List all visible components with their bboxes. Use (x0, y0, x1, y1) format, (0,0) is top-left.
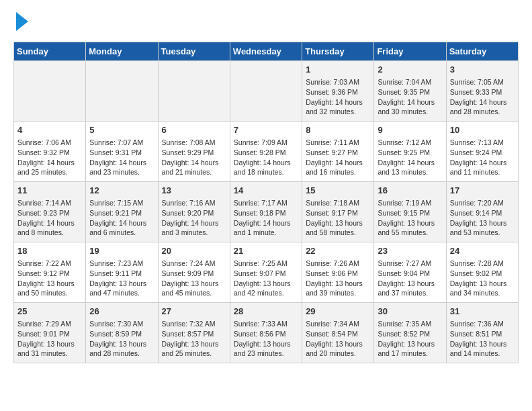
calendar-week-2: 4Sunrise: 7:06 AM Sunset: 9:32 PM Daylig… (14, 122, 519, 182)
day-number: 8 (306, 124, 370, 136)
day-number: 26 (89, 306, 154, 318)
day-number: 21 (234, 245, 298, 257)
header-sunday: Sunday (14, 42, 86, 61)
day-info: Sunrise: 7:30 AM Sunset: 8:59 PM Dayligh… (89, 319, 154, 359)
day-number: 20 (162, 245, 226, 257)
header-friday: Friday (374, 42, 446, 61)
calendar-week-4: 18Sunrise: 7:22 AM Sunset: 9:12 PM Dayli… (14, 242, 519, 303)
calendar-cell: 17Sunrise: 7:20 AM Sunset: 9:14 PM Dayli… (446, 182, 518, 242)
day-number: 5 (89, 124, 154, 136)
day-number: 25 (17, 306, 82, 318)
day-info: Sunrise: 7:17 AM Sunset: 9:18 PM Dayligh… (234, 198, 298, 238)
day-info: Sunrise: 7:23 AM Sunset: 9:11 PM Dayligh… (89, 259, 154, 298)
calendar-cell: 29Sunrise: 7:34 AM Sunset: 8:54 PM Dayli… (302, 303, 374, 363)
day-info: Sunrise: 7:13 AM Sunset: 9:24 PM Dayligh… (450, 138, 515, 177)
day-number: 6 (162, 124, 226, 136)
calendar-cell (14, 61, 86, 122)
calendar-week-5: 25Sunrise: 7:29 AM Sunset: 9:01 PM Dayli… (14, 303, 519, 363)
day-info: Sunrise: 7:28 AM Sunset: 9:02 PM Dayligh… (450, 259, 515, 298)
day-number: 17 (450, 185, 515, 197)
day-number: 19 (89, 245, 154, 257)
day-info: Sunrise: 7:16 AM Sunset: 9:20 PM Dayligh… (162, 198, 226, 238)
calendar-cell: 28Sunrise: 7:33 AM Sunset: 8:56 PM Dayli… (230, 303, 302, 363)
day-number: 9 (378, 124, 442, 136)
header-monday: Monday (86, 42, 158, 61)
day-info: Sunrise: 7:03 AM Sunset: 9:36 PM Dayligh… (306, 77, 370, 117)
day-number: 2 (378, 64, 442, 76)
calendar-cell: 25Sunrise: 7:29 AM Sunset: 9:01 PM Dayli… (14, 303, 86, 363)
day-info: Sunrise: 7:29 AM Sunset: 9:01 PM Dayligh… (17, 319, 82, 359)
day-info: Sunrise: 7:20 AM Sunset: 9:14 PM Dayligh… (450, 198, 515, 238)
calendar-cell: 26Sunrise: 7:30 AM Sunset: 8:59 PM Dayli… (86, 303, 158, 363)
calendar-cell: 9Sunrise: 7:12 AM Sunset: 9:25 PM Daylig… (374, 122, 446, 182)
day-info: Sunrise: 7:26 AM Sunset: 9:06 PM Dayligh… (306, 259, 370, 298)
calendar-cell: 8Sunrise: 7:11 AM Sunset: 9:27 PM Daylig… (302, 122, 374, 182)
day-number: 27 (162, 306, 226, 318)
calendar-cell: 27Sunrise: 7:32 AM Sunset: 8:57 PM Dayli… (158, 303, 230, 363)
day-info: Sunrise: 7:25 AM Sunset: 9:07 PM Dayligh… (234, 259, 298, 298)
day-number: 18 (17, 245, 82, 257)
day-number: 29 (306, 306, 370, 318)
calendar-cell: 14Sunrise: 7:17 AM Sunset: 9:18 PM Dayli… (230, 182, 302, 242)
day-info: Sunrise: 7:18 AM Sunset: 9:17 PM Dayligh… (306, 198, 370, 238)
day-info: Sunrise: 7:09 AM Sunset: 9:28 PM Dayligh… (234, 138, 298, 177)
calendar-cell: 10Sunrise: 7:13 AM Sunset: 9:24 PM Dayli… (446, 122, 518, 182)
calendar-cell: 16Sunrise: 7:19 AM Sunset: 9:15 PM Dayli… (374, 182, 446, 242)
day-number: 11 (17, 185, 82, 197)
day-info: Sunrise: 7:24 AM Sunset: 9:09 PM Dayligh… (162, 259, 226, 298)
day-info: Sunrise: 7:12 AM Sunset: 9:25 PM Dayligh… (378, 138, 442, 177)
calendar-cell (86, 61, 158, 122)
day-number: 14 (234, 185, 298, 197)
day-info: Sunrise: 7:27 AM Sunset: 9:04 PM Dayligh… (378, 259, 442, 298)
calendar-cell: 21Sunrise: 7:25 AM Sunset: 9:07 PM Dayli… (230, 242, 302, 303)
day-number: 3 (450, 64, 515, 76)
logo-arrow-icon (16, 12, 28, 31)
header-tuesday: Tuesday (158, 42, 230, 61)
page-header (13, 13, 519, 31)
day-number: 16 (378, 185, 442, 197)
calendar-table: SundayMondayTuesdayWednesdayThursdayFrid… (13, 42, 519, 363)
day-info: Sunrise: 7:08 AM Sunset: 9:29 PM Dayligh… (162, 138, 226, 177)
calendar-body: 1Sunrise: 7:03 AM Sunset: 9:36 PM Daylig… (14, 61, 519, 363)
calendar-cell: 22Sunrise: 7:26 AM Sunset: 9:06 PM Dayli… (302, 242, 374, 303)
calendar-cell: 24Sunrise: 7:28 AM Sunset: 9:02 PM Dayli… (446, 242, 518, 303)
day-info: Sunrise: 7:34 AM Sunset: 8:54 PM Dayligh… (306, 319, 370, 359)
day-info: Sunrise: 7:15 AM Sunset: 9:21 PM Dayligh… (89, 198, 154, 238)
calendar-cell: 12Sunrise: 7:15 AM Sunset: 9:21 PM Dayli… (86, 182, 158, 242)
calendar-cell: 6Sunrise: 7:08 AM Sunset: 9:29 PM Daylig… (158, 122, 230, 182)
calendar-cell: 30Sunrise: 7:35 AM Sunset: 8:52 PM Dayli… (374, 303, 446, 363)
day-info: Sunrise: 7:19 AM Sunset: 9:15 PM Dayligh… (378, 198, 442, 238)
day-info: Sunrise: 7:22 AM Sunset: 9:12 PM Dayligh… (17, 259, 82, 298)
header-thursday: Thursday (302, 42, 374, 61)
calendar-cell: 13Sunrise: 7:16 AM Sunset: 9:20 PM Dayli… (158, 182, 230, 242)
header-saturday: Saturday (446, 42, 518, 61)
calendar-cell: 7Sunrise: 7:09 AM Sunset: 9:28 PM Daylig… (230, 122, 302, 182)
day-number: 7 (234, 124, 298, 136)
calendar-cell: 2Sunrise: 7:04 AM Sunset: 9:35 PM Daylig… (374, 61, 446, 122)
calendar-week-3: 11Sunrise: 7:14 AM Sunset: 9:23 PM Dayli… (14, 182, 519, 242)
day-number: 12 (89, 185, 154, 197)
day-number: 31 (450, 306, 515, 318)
header-wednesday: Wednesday (230, 42, 302, 61)
calendar-cell: 23Sunrise: 7:27 AM Sunset: 9:04 PM Dayli… (374, 242, 446, 303)
day-number: 30 (378, 306, 442, 318)
day-number: 22 (306, 245, 370, 257)
calendar-cell: 15Sunrise: 7:18 AM Sunset: 9:17 PM Dayli… (302, 182, 374, 242)
day-info: Sunrise: 7:11 AM Sunset: 9:27 PM Dayligh… (306, 138, 370, 177)
calendar-cell (230, 61, 302, 122)
calendar-cell: 3Sunrise: 7:05 AM Sunset: 9:33 PM Daylig… (446, 61, 518, 122)
calendar-week-1: 1Sunrise: 7:03 AM Sunset: 9:36 PM Daylig… (14, 61, 519, 122)
day-info: Sunrise: 7:04 AM Sunset: 9:35 PM Dayligh… (378, 77, 442, 117)
day-info: Sunrise: 7:36 AM Sunset: 8:51 PM Dayligh… (450, 319, 515, 359)
day-info: Sunrise: 7:05 AM Sunset: 9:33 PM Dayligh… (450, 77, 515, 117)
day-info: Sunrise: 7:32 AM Sunset: 8:57 PM Dayligh… (162, 319, 226, 359)
calendar-cell: 31Sunrise: 7:36 AM Sunset: 8:51 PM Dayli… (446, 303, 518, 363)
day-number: 1 (306, 64, 370, 76)
day-number: 24 (450, 245, 515, 257)
day-number: 10 (450, 124, 515, 136)
day-number: 4 (17, 124, 82, 136)
calendar-cell: 20Sunrise: 7:24 AM Sunset: 9:09 PM Dayli… (158, 242, 230, 303)
calendar-header-row: SundayMondayTuesdayWednesdayThursdayFrid… (14, 42, 519, 61)
calendar-cell: 4Sunrise: 7:06 AM Sunset: 9:32 PM Daylig… (14, 122, 86, 182)
logo (13, 13, 28, 31)
